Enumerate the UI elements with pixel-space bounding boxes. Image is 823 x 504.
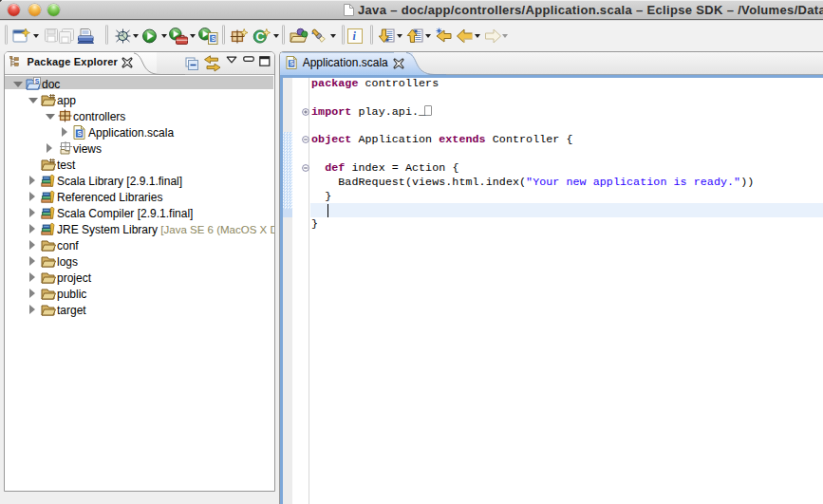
svg-text:S: S xyxy=(211,35,215,42)
svg-text:S: S xyxy=(77,129,82,138)
svg-text:S: S xyxy=(35,77,40,84)
svg-text:S: S xyxy=(290,61,294,67)
